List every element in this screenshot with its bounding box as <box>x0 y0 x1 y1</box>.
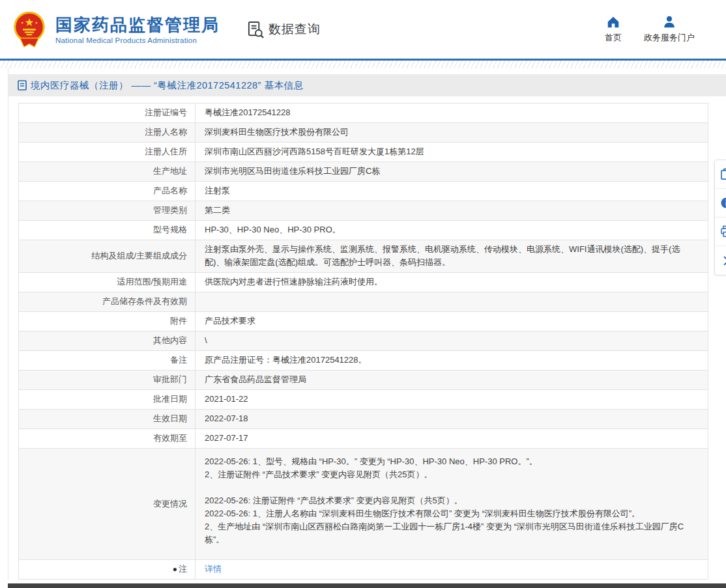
field-label-text: 结构及组成/主要组成成分 <box>91 251 187 260</box>
field-label-text: 注 <box>179 564 187 574</box>
national-emblem-icon <box>12 10 47 49</box>
table-row: 注册人住所深圳市南山区西丽沙河西路5158号百旺研发大厦1栋第12层 <box>19 143 708 162</box>
field-label: ●注 <box>19 560 196 580</box>
field-value-text: 2022-05-26: 1、型号、规格由 “HP-30。” 变更为 “HP-30… <box>205 456 684 544</box>
table-row: 生效日期2022-07-18 <box>19 410 708 429</box>
field-label-text: 管理类别 <box>153 205 187 215</box>
table-row: 适用范围/预期用途供医院内对患者进行恒速静脉输注药液时使用。 <box>19 273 708 292</box>
field-label-text: 产品名称 <box>153 186 187 195</box>
page-title-band: 境内医疗器械（注册） —— “粤械注准20172541228” 基本信息 <box>8 74 726 96</box>
field-value: 注射泵由泵外壳、显示与操作系统、监测系统、报警系统、电机驱动系统、传动模块、电源… <box>196 240 708 273</box>
field-value: 第二类 <box>196 201 708 221</box>
field-value-text: 粤械注准20172541228 <box>205 107 291 117</box>
floating-tools-panel <box>714 160 726 275</box>
page-icon <box>18 80 27 91</box>
side-tool-collapse[interactable] <box>715 246 726 275</box>
field-label-text: 审批部门 <box>153 374 187 384</box>
print-icon <box>720 225 726 238</box>
side-tool-info[interactable] <box>715 189 726 217</box>
field-label: 审批部门 <box>19 371 196 390</box>
field-value-text: \ <box>205 335 207 345</box>
field-value: \ <box>196 331 708 351</box>
field-value: HP-30、HP-30 Neo、HP-30 PRO。 <box>196 221 708 240</box>
field-value-text: 2022-07-18 <box>205 413 248 423</box>
field-value-text: 注射泵 <box>205 186 230 195</box>
table-row: ●注详情 <box>19 560 708 580</box>
nav-gov-portal[interactable]: 政务服务门户 <box>644 15 695 44</box>
field-value: 深圳麦科田生物医疗技术股份有限公司 <box>196 123 708 143</box>
field-value-text: 深圳市光明区马田街道佳乐科技工业园厂房C栋 <box>205 166 380 176</box>
field-value <box>196 292 708 312</box>
document-search-icon <box>247 21 265 38</box>
field-value: 广东省食品药品监督管理局 <box>196 371 708 390</box>
field-value: 深圳市光明区马田街道佳乐科技工业园厂房C栋 <box>196 162 708 182</box>
field-label: 生效日期 <box>19 410 196 429</box>
footer-bar <box>8 583 726 588</box>
home-icon <box>606 15 620 29</box>
field-label: 批准日期 <box>19 390 196 410</box>
field-label-text: 附件 <box>170 316 187 326</box>
field-value: 注射泵 <box>196 182 708 201</box>
side-tool-print[interactable] <box>715 217 726 246</box>
field-value: 深圳市南山区西丽沙河西路5158号百旺研发大厦1栋第12层 <box>196 143 708 162</box>
data-query-tab[interactable]: 数据查询 <box>247 21 321 38</box>
field-label: 有效期至 <box>19 429 196 449</box>
field-value-text: 供医院内对患者进行恒速静脉输注药液时使用。 <box>205 277 383 287</box>
table-row: 注册人名称深圳麦科田生物医疗技术股份有限公司 <box>19 123 708 143</box>
field-label: 变更情况 <box>19 449 196 560</box>
info-icon <box>720 197 726 209</box>
table-row: 型号规格HP-30、HP-30 Neo、HP-30 PRO。 <box>19 221 708 240</box>
field-label-text: 变更情况 <box>153 499 187 509</box>
field-value-text: 产品技术要求 <box>205 316 255 326</box>
registration-info-table: 注册证编号粤械注准20172541228注册人名称深圳麦科田生物医疗技术股份有限… <box>18 103 708 580</box>
field-label-text: 有效期至 <box>153 433 187 443</box>
org-title: 国家药品监督管理局 <box>55 15 220 35</box>
nmpa-logo[interactable]: 国家药品监督管理局 National Medical Products Admi… <box>12 10 220 49</box>
main-content: 境内医疗器械（注册） —— “粤械注准20172541228” 基本信息 注册证… <box>8 68 726 580</box>
field-value: 产品技术要求 <box>196 312 708 331</box>
field-label: 注册人住所 <box>19 143 196 162</box>
field-value-text: HP-30、HP-30 Neo、HP-30 PRO。 <box>205 225 341 234</box>
field-label-text: 注册证编号 <box>145 107 187 117</box>
field-label-text: 其他内容 <box>153 335 187 345</box>
table-row: 产品储存条件及有效期 <box>19 292 708 312</box>
table-row: 有效期至2027-07-17 <box>19 429 708 449</box>
table-row: 批准日期2021-01-22 <box>19 390 708 410</box>
field-label: 生产地址 <box>19 162 196 182</box>
field-value: 2022-07-18 <box>196 410 708 429</box>
field-label-text: 批准日期 <box>153 394 187 404</box>
field-label-text: 产品储存条件及有效期 <box>102 296 187 306</box>
site-header: 国家药品监督管理局 National Medical Products Admi… <box>0 0 726 59</box>
field-label: 产品名称 <box>19 182 196 201</box>
nav-home[interactable]: 首页 <box>605 15 622 44</box>
field-label: 其他内容 <box>19 331 196 351</box>
field-label-text: 型号规格 <box>153 225 187 234</box>
table-row: 备注原产品注册证号：粤械注准20172541228。 <box>19 351 708 371</box>
user-icon <box>662 15 676 29</box>
field-label: 附件 <box>19 312 196 331</box>
field-label-text: 生产地址 <box>153 166 187 176</box>
field-value-text: 深圳麦科田生物医疗技术股份有限公司 <box>205 127 349 137</box>
field-label-text: 注册人名称 <box>145 127 187 137</box>
field-label: 管理类别 <box>19 201 196 221</box>
field-value-text: 第二类 <box>205 205 230 215</box>
top-nav: 首页 政务服务门户 <box>605 15 709 44</box>
table-row: 附件产品技术要求 <box>19 312 708 331</box>
table-row: 产品名称注射泵 <box>19 182 708 201</box>
field-label: 注册证编号 <box>19 104 196 123</box>
field-label: 备注 <box>19 351 196 371</box>
table-row: 其他内容\ <box>19 331 708 351</box>
field-value: 2021-01-22 <box>196 390 708 410</box>
field-label: 产品储存条件及有效期 <box>19 292 196 312</box>
field-value: 供医院内对患者进行恒速静脉输注药液时使用。 <box>196 273 708 292</box>
side-tool-copy[interactable] <box>715 160 726 189</box>
field-value-text: 2021-01-22 <box>205 394 248 404</box>
field-value-text: 深圳市南山区西丽沙河西路5158号百旺研发大厦1栋第12层 <box>205 147 424 156</box>
field-value-text: 2027-07-17 <box>205 433 248 443</box>
field-value: 详情 <box>196 560 708 580</box>
org-subtitle: National Medical Products Administration <box>55 36 220 44</box>
page-title: 境内医疗器械（注册） —— “粤械注准20172541228” 基本信息 <box>31 79 303 92</box>
field-value: 原产品注册证号：粤械注准20172541228。 <box>196 351 708 371</box>
detail-link[interactable]: 详情 <box>205 564 222 574</box>
collapse-chevron-icon <box>720 255 726 267</box>
